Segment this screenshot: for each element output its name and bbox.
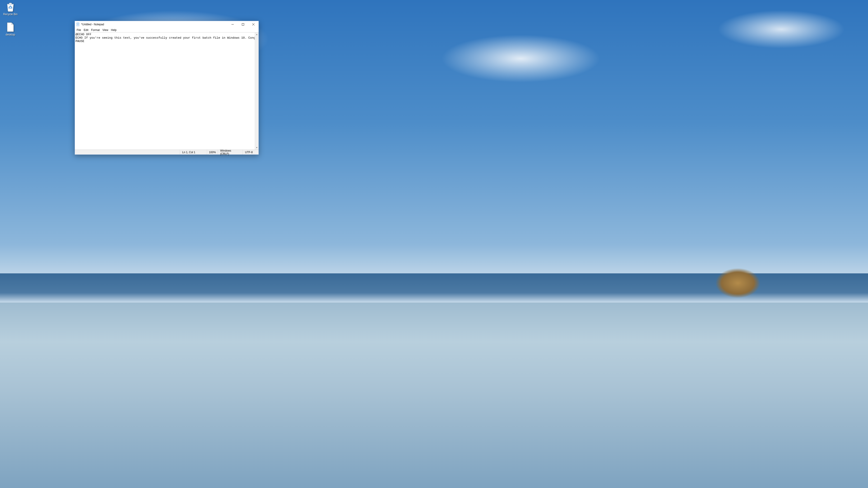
desktop-icons: Recycle Bin desktop bbox=[2, 2, 19, 36]
svg-line-7 bbox=[252, 23, 254, 26]
status-encoding: UTF-8 bbox=[243, 150, 258, 155]
file-glyph bbox=[5, 22, 16, 32]
statusbar: Ln 1, Col 1 100% Windows (CRLF) UTF-8 bbox=[75, 150, 258, 155]
titlebar[interactable]: *Untitled - Notepad bbox=[75, 21, 258, 28]
menu-format[interactable]: Format bbox=[90, 28, 101, 32]
recycle-bin-glyph bbox=[5, 2, 16, 12]
close-button[interactable] bbox=[248, 21, 258, 28]
menu-view[interactable]: View bbox=[101, 28, 110, 32]
scroll-down-icon[interactable]: ▼ bbox=[255, 146, 258, 150]
status-line-ending: Windows (CRLF) bbox=[218, 150, 243, 155]
notepad-icon bbox=[76, 23, 80, 26]
desktop-file-label: desktop bbox=[6, 33, 15, 36]
menu-file[interactable]: File bbox=[75, 28, 82, 32]
vertical-scrollbar[interactable]: ▲ ▼ bbox=[255, 33, 258, 150]
desktop-file-icon[interactable]: desktop bbox=[2, 22, 19, 36]
window-title: *Untitled - Notepad bbox=[81, 23, 104, 26]
minimize-button[interactable] bbox=[227, 21, 238, 28]
menu-edit[interactable]: Edit bbox=[82, 28, 90, 32]
status-zoom: 100% bbox=[207, 150, 218, 155]
text-editor[interactable] bbox=[75, 33, 255, 150]
menubar: File Edit Format View Help bbox=[75, 28, 258, 32]
maximize-button[interactable] bbox=[238, 21, 248, 28]
notepad-window: *Untitled - Notepad File Edit Format Vie… bbox=[74, 21, 259, 155]
svg-rect-1 bbox=[76, 23, 79, 24]
recycle-bin-icon[interactable]: Recycle Bin bbox=[2, 2, 19, 16]
recycle-bin-label: Recycle Bin bbox=[3, 13, 18, 16]
svg-rect-6 bbox=[242, 24, 244, 26]
svg-line-8 bbox=[252, 23, 254, 26]
menu-help[interactable]: Help bbox=[110, 28, 118, 32]
scroll-up-icon[interactable]: ▲ bbox=[255, 33, 258, 36]
status-spacer bbox=[75, 150, 180, 155]
status-position: Ln 1, Col 1 bbox=[180, 150, 207, 155]
window-controls bbox=[227, 21, 258, 28]
editor-area: ▲ ▼ bbox=[75, 32, 258, 150]
